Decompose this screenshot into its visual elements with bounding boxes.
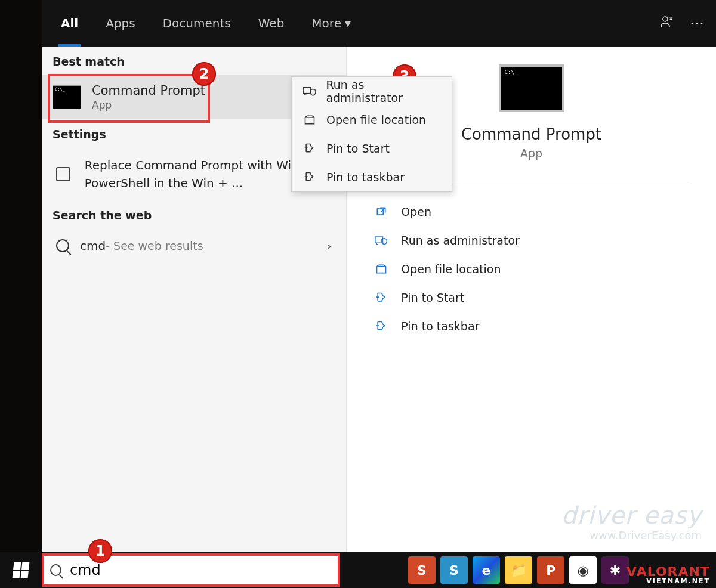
tray-app-slack[interactable]: ✱ [601,556,629,584]
detail-app-kind: App [520,147,542,160]
chevron-right-icon: › [326,239,332,253]
desktop-background-strip [0,0,42,552]
app-thumbnail-icon [499,64,564,112]
web-result-term: cmd [80,239,106,253]
pin-start-icon [301,143,318,154]
ctx-run-admin[interactable]: Run as administrator [292,77,452,106]
start-search-panel: All Apps Documents Web More▾ ⋯ Best matc… [42,0,716,552]
action-pin-taskbar-label: Pin to taskbar [401,320,479,333]
tray-app-powerpoint[interactable]: P [537,556,564,584]
ctx-pin-start-label: Pin to Start [326,142,390,155]
taskbar-search-box[interactable] [42,555,340,586]
tab-web[interactable]: Web [256,13,287,34]
run-admin-icon [301,86,317,97]
context-menu: Run as administrator Open file location … [291,76,452,192]
action-pin-start-label: Pin to Start [401,291,464,304]
pin-taskbar-icon [301,171,318,183]
action-run-admin-label: Run as administrator [401,234,520,247]
tray-app-snagit-editor[interactable]: S [408,556,436,584]
drivereasy-watermark: driver easy www.DriverEasy.com [561,502,702,541]
action-open[interactable]: Open [372,197,690,226]
tab-all[interactable]: All [58,13,81,34]
action-open-label: Open [401,205,431,218]
tray-app-snagit-capture[interactable]: S [440,556,468,584]
svg-rect-1 [378,209,384,215]
ctx-pin-start[interactable]: Pin to Start [292,134,452,163]
ctx-pin-taskbar[interactable]: Pin to taskbar [292,163,452,191]
open-icon [372,206,390,218]
result-subtitle: App [92,99,205,111]
run-admin-icon [372,234,390,246]
search-icon [56,239,69,252]
annotation-badge-2: 2 [192,62,216,86]
action-open-location[interactable]: Open file location [372,255,690,283]
pin-start-icon [372,292,390,304]
result-title: Command Prompt [92,83,205,98]
settings-glyph-icon [56,167,70,181]
open-location-icon [372,263,390,275]
command-prompt-icon [53,85,81,109]
more-options-icon[interactable]: ⋯ [690,15,704,32]
result-web-cmd[interactable]: cmd - See web results › [42,229,346,262]
pin-taskbar-icon [372,320,390,332]
tab-apps[interactable]: Apps [103,13,138,34]
taskbar-search-input[interactable] [70,562,332,578]
chevron-down-icon: ▾ [345,16,351,30]
search-filter-tabs: All Apps Documents Web More▾ ⋯ [42,0,716,47]
tab-documents[interactable]: Documents [161,13,233,34]
valorant-watermark: VALORANT VIETNAM.NET [626,566,710,584]
action-run-admin[interactable]: Run as administrator [372,226,690,255]
open-location-icon [301,114,318,126]
tab-more[interactable]: More▾ [309,13,353,34]
search-web-heading: Search the web [42,200,346,229]
svg-rect-3 [303,88,311,94]
annotation-badge-1: 1 [88,539,112,563]
action-pin-taskbar[interactable]: Pin to taskbar [372,312,690,341]
search-icon [50,564,61,576]
ctx-open-location[interactable]: Open file location [292,106,452,134]
web-result-hint: - See web results [106,239,203,252]
ctx-open-location-label: Open file location [326,113,426,126]
windows-logo-icon [13,562,30,578]
tray-app-edge[interactable]: e [473,556,500,584]
tray-app-chrome[interactable]: ◉ [569,556,597,584]
action-pin-start[interactable]: Pin to Start [372,283,690,312]
ctx-pin-taskbar-label: Pin to taskbar [326,171,405,184]
ctx-run-admin-label: Run as administrator [326,78,442,104]
feedback-icon[interactable] [660,14,674,32]
tray-app-file-explorer[interactable]: 📁 [505,556,532,584]
detail-app-name: Command Prompt [461,125,601,143]
svg-point-0 [663,17,668,21]
start-button[interactable] [0,552,42,588]
action-open-location-label: Open file location [401,262,501,276]
